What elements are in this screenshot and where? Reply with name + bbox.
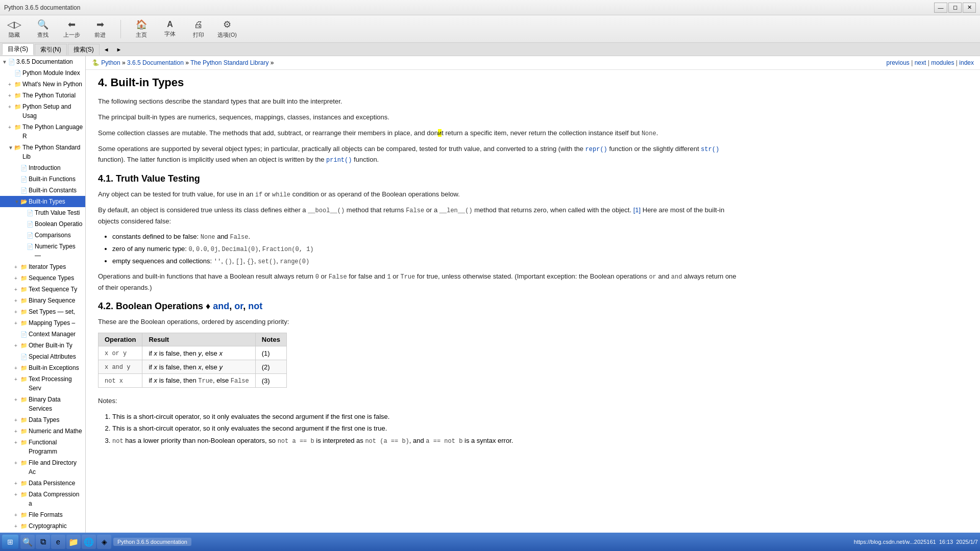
intro-para-2: The principal built-in types are numeric… <box>98 112 737 123</box>
truth-bullet-list: constants defined to be false: None and … <box>112 232 737 266</box>
tab-contents[interactable]: 目录(S) <box>2 43 34 55</box>
sidebar-item-numerictypes[interactable]: 📄 Numeric Types — <box>0 241 85 261</box>
result-3: if x is false, then True, else False <box>142 374 255 388</box>
taskbar-app-taskview[interactable]: ⧉ <box>36 535 50 538</box>
sidebar-item-datapersist[interactable]: + 📁 Data Persistence <box>0 478 85 489</box>
sidebar-item-iteratortypes[interactable]: + 📁 Iterator Types <box>0 261 85 272</box>
truth-para-2: By default, an object is considered true… <box>98 205 737 227</box>
truth-para-3: Operations and built-in functions that h… <box>98 271 737 293</box>
notes-label: Notes: <box>98 396 737 407</box>
options-button[interactable]: ⚙ 选项(O) <box>217 19 237 39</box>
taskbar-app-edge[interactable]: e <box>51 535 65 538</box>
or-link[interactable]: or <box>234 301 243 311</box>
result-1: if x is false, then y, else x <box>142 346 255 360</box>
close-button[interactable]: ✕ <box>963 3 976 13</box>
sidebar-item-datatypes[interactable]: + 📁 Data Types <box>0 414 85 425</box>
window-controls: — ◻ ✕ <box>934 3 976 13</box>
nav-index-link[interactable]: index <box>959 59 974 66</box>
start-button[interactable]: ⊞ <box>2 535 18 538</box>
note-3: not has a lower priority than non-Boolea… <box>112 436 737 446</box>
tab-index[interactable]: 索引(N) <box>35 44 67 55</box>
taskbar-app-chrome[interactable]: 🌐 <box>82 535 96 538</box>
sidebar-item-comparisons[interactable]: 📄 Comparisons <box>0 230 85 241</box>
taskbar-app-explorer[interactable]: 📁 <box>66 535 81 538</box>
op-3: not x <box>99 374 142 388</box>
page-title: 4. Built-in Types <box>98 76 737 89</box>
minimize-button[interactable]: — <box>934 3 947 13</box>
sidebar-item-stdlib[interactable]: ▼ 📂 The Python Standard Lib <box>0 142 85 162</box>
sidebar-item-textseq[interactable]: + 📁 Text Sequence Ty <box>0 284 85 295</box>
result-2: if x is false, then x, else y <box>142 360 255 374</box>
sidebar-item-builtinfuncs[interactable]: 📄 Built-in Functions <box>0 173 85 185</box>
hide-icon: ◁▷ <box>7 19 21 30</box>
sidebar-item-truthvalue[interactable]: 📄 Truth Value Testi <box>0 207 85 218</box>
sidebar-item-settypes[interactable]: + 📁 Set Types — set, <box>0 306 85 317</box>
sidebar-item-fileaccess[interactable]: + 📁 File and Directory Ac <box>0 457 85 478</box>
breadcrumb-python-link[interactable]: Python <box>101 59 120 66</box>
note-1: This is a short-circuit operator, so it … <box>112 412 737 422</box>
repr-link[interactable]: repr() <box>585 146 607 153</box>
print-link[interactable]: print() <box>326 157 352 164</box>
sidebar-item-whatsnew[interactable]: + 📁 What's New in Python <box>0 79 85 90</box>
print-label: 打印 <box>193 31 204 39</box>
font-button[interactable]: A 字体 <box>160 20 180 38</box>
nav-modules-link[interactable]: modules <box>931 59 954 66</box>
cortana-icon: 🔍 <box>22 537 33 538</box>
hide-button[interactable]: ◁▷ 隐藏 <box>4 19 24 39</box>
print-button[interactable]: 🖨 打印 <box>188 19 209 39</box>
prev-label: 上一步 <box>63 31 80 39</box>
sidebar-item-setup[interactable]: + 📁 Python Setup and Usag <box>0 101 85 121</box>
taskbar-app-vscode[interactable]: ◈ <box>97 535 111 538</box>
sidebar-item-specialattrs[interactable]: 📄 Special Attributes <box>0 351 85 362</box>
options-label: 选项(O) <box>217 31 237 39</box>
nav-next-link[interactable]: next <box>915 59 926 66</box>
notes-2: (2) <box>255 360 286 374</box>
breadcrumb-path: 🐍 Python » 3.6.5 Documentation » The Pyt… <box>92 59 274 66</box>
sidebar-item-binarydata[interactable]: + 📁 Binary Data Services <box>0 394 85 414</box>
find-icon: 🔍 <box>37 19 48 30</box>
tab-forward-arrow[interactable]: ► <box>113 45 125 54</box>
maximize-button[interactable]: ◻ <box>948 3 962 13</box>
nav-previous-link[interactable]: previous <box>887 59 910 66</box>
sidebar-item-otherbuiltin[interactable]: + 📁 Other Built-in Ty <box>0 340 85 351</box>
truth-ref-link[interactable]: [1] <box>633 206 641 214</box>
sidebar-item-mapping[interactable]: + 📁 Mapping Types – <box>0 317 85 329</box>
sidebar-item-tutorial[interactable]: + 📁 The Python Tutorial <box>0 90 85 101</box>
none-code: None <box>642 130 656 137</box>
sidebar-item-intro[interactable]: 📄 Introduction <box>0 162 85 173</box>
options-icon: ⚙ <box>223 19 231 30</box>
expand-icon: ▼ <box>2 58 8 66</box>
sidebar-item-builtinconsts[interactable]: 📄 Built-in Constants <box>0 185 85 196</box>
bullet-1: constants defined to be false: None and … <box>112 232 737 242</box>
sidebar-item-funcprog[interactable]: + 📁 Functional Programm <box>0 437 85 457</box>
sidebar-item-binaryseq[interactable]: + 📁 Binary Sequence <box>0 295 85 306</box>
and-link[interactable]: and <box>213 301 229 311</box>
breadcrumb-stdlib-link[interactable]: The Python Standard Library <box>190 59 268 66</box>
prev-button[interactable]: ⬅ 上一步 <box>61 19 82 39</box>
find-button[interactable]: 🔍 查找 <box>33 19 53 39</box>
taskbar-app-cortana[interactable]: 🔍 <box>20 535 35 538</box>
str-link[interactable]: str() <box>701 146 719 153</box>
tab-back-arrow[interactable]: ◄ <box>101 45 112 54</box>
sidebar-item-doc365[interactable]: ▼ 📄 3.6.5 Documentation <box>0 56 85 67</box>
sidebar-item-seqtypes[interactable]: + 📁 Sequence Types <box>0 272 85 284</box>
sidebar-item-textproc[interactable]: + 📁 Text Processing Serv <box>0 373 85 394</box>
sidebar-item-pymodule[interactable]: 📄 Python Module Index <box>0 67 85 79</box>
forward-button[interactable]: ➡ 前进 <box>90 19 110 39</box>
home-button[interactable]: 🏠 主页 <box>131 19 152 39</box>
not-link[interactable]: not <box>248 301 262 311</box>
sidebar-item-builtinexcept[interactable]: + 📁 Built-in Exceptions <box>0 362 85 373</box>
sidebar-item-datacompress[interactable]: + 📁 Data Compression a <box>0 489 85 509</box>
sidebar-item-language[interactable]: + 📁 The Python Language R <box>0 121 85 142</box>
sidebar-item-fileformats[interactable]: + 📁 File Formats <box>0 509 85 520</box>
sidebar-item-builtintypes[interactable]: ▼ 📂 Built-in Types <box>0 196 85 207</box>
sidebar-item-context[interactable]: 📄 Context Manager <box>0 329 85 340</box>
tab-bar: 目录(S) 索引(N) 搜索(S) ◄ ► <box>0 43 980 56</box>
main-container: ▼ 📄 3.6.5 Documentation 📄 Python Module … <box>0 56 980 538</box>
chrome-icon: 🌐 <box>84 537 94 538</box>
intro-para-3: Some collection classes are mutable. The… <box>98 128 737 139</box>
sidebar-item-numericmath[interactable]: + 📁 Numeric and Mathe <box>0 425 85 437</box>
sidebar-item-booleanops[interactable]: 📄 Boolean Operatio <box>0 218 85 230</box>
breadcrumb-doc365-link[interactable]: 3.6.5 Documentation <box>127 59 184 66</box>
tab-search[interactable]: 搜索(S) <box>68 44 100 55</box>
